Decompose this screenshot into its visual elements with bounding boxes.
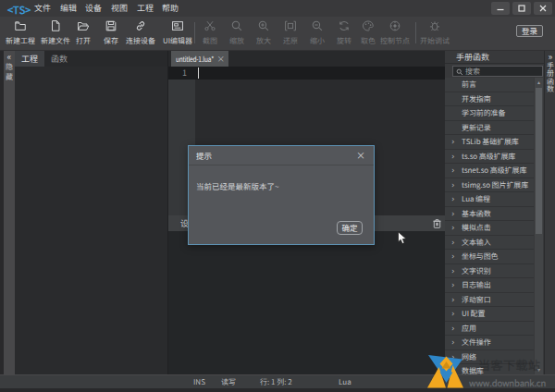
- manual-item-label: 学习前的准备: [462, 106, 505, 120]
- toolbar: 新建工程新建文件打开保存连接设备UI编辑器截图缩放放大还原缩小旋转取色控制节点开…: [0, 17, 555, 51]
- manual-item-row[interactable]: 更新记录: [445, 121, 534, 136]
- manual-item-label: 日志输出: [462, 278, 491, 292]
- watermark-logo: [424, 352, 463, 389]
- chevron-right-icon: ›: [451, 207, 455, 220]
- collapse-left-panel-icon[interactable]: «: [4, 51, 15, 61]
- project-panel: 工程函数: [15, 51, 167, 374]
- editor-tab-bar: untitled-1.lua*×: [168, 51, 446, 67]
- chevron-right-icon: ›: [451, 135, 455, 148]
- watermark-faint-text: 当客下载站: [478, 356, 541, 374]
- left-panel-tab-1[interactable]: 工程: [15, 51, 44, 67]
- minimize-button[interactable]: [491, 2, 510, 15]
- right-collapse-strip: » 手册函数: [544, 51, 555, 374]
- menu-item-4[interactable]: 视图: [111, 3, 128, 15]
- editor-file-tab[interactable]: untitled-1.lua*×: [171, 51, 228, 67]
- manual-item-row[interactable]: ›tsnet.so 高级扩展库: [445, 164, 534, 178]
- search-placeholder: 搜索: [465, 67, 480, 76]
- manual-item-label: tsnet.so 高级扩展库: [462, 164, 526, 178]
- toolbar-separator: [415, 22, 416, 43]
- manual-item-row[interactable]: ›文字识别: [445, 264, 534, 279]
- manual-item-row[interactable]: ›坐标与图色: [445, 250, 534, 264]
- login-button[interactable]: 登录: [516, 25, 543, 37]
- close-button[interactable]: [534, 2, 552, 15]
- manual-function-list: 前言开发指南学习前的准备更新记录›TSLib 基础扩展库›ts.so 高级扩展库…: [445, 78, 544, 374]
- chevron-right-icon: ›: [451, 264, 455, 277]
- manual-item-label: UI 配置: [462, 307, 485, 321]
- toolbar-button-debug: 开始调试: [409, 18, 461, 46]
- chevron-right-icon: ›: [451, 307, 455, 320]
- manual-item-row[interactable]: 学习前的准备: [445, 106, 534, 121]
- manual-item-row[interactable]: 开发指南: [445, 92, 534, 107]
- manual-panel-title: 手册函数: [456, 51, 489, 63]
- manual-item-label: ts.so 高级扩展库: [462, 150, 515, 164]
- search-input[interactable]: 搜索: [452, 66, 543, 77]
- device-log-panel-body: [168, 231, 446, 374]
- tab-close-icon[interactable]: ×: [216, 51, 225, 67]
- dialog-title-divider: [189, 165, 374, 165]
- manual-item-label: 浮动窗口: [462, 293, 491, 307]
- manual-item-label: 开发指南: [462, 92, 491, 106]
- clear-log-button[interactable]: [432, 218, 442, 228]
- dialog-close-icon[interactable]: ×: [356, 150, 365, 160]
- chevron-right-icon: ›: [451, 336, 455, 349]
- chevron-right-icon: ›: [451, 236, 455, 249]
- manual-item-row[interactable]: ›浮动窗口: [445, 293, 534, 308]
- manual-item-row[interactable]: ›模拟点击: [445, 221, 534, 236]
- manual-item-row[interactable]: ›基本函数: [445, 207, 534, 222]
- chevron-right-icon: ›: [451, 192, 455, 205]
- debug-icon: [409, 19, 461, 33]
- manual-item-row[interactable]: ›Lua 编程: [445, 192, 534, 207]
- toolbar-button-label: 开始调试: [409, 35, 461, 46]
- watermark-site-text: www.downbank.cn: [469, 376, 546, 389]
- update-dialog: 提示 × 当前已经是最新版本了~ 确定: [188, 145, 375, 245]
- menu-item-5[interactable]: 工程: [137, 3, 154, 15]
- maximize-button[interactable]: [512, 2, 531, 15]
- manual-item-label: 更新记录: [462, 121, 491, 135]
- minimize-icon: [497, 5, 504, 12]
- manual-panel-vertical-title[interactable]: 手册函数: [545, 62, 555, 93]
- chevron-right-icon: ›: [451, 322, 455, 335]
- menu-item-2[interactable]: 编辑: [60, 3, 77, 15]
- left-panel-tab-2[interactable]: 函数: [44, 51, 74, 67]
- divider: [445, 63, 544, 64]
- maximize-icon: [518, 5, 525, 12]
- mouse-cursor: [397, 231, 408, 245]
- chevron-right-icon: ›: [451, 221, 455, 234]
- application-window: <TS> 文件编辑设备视图工程帮助 新建工程新建文件打开保存连接设备UI编辑器截…: [0, 0, 555, 392]
- manual-item-row[interactable]: ›tsimg.so 图片扩展库: [445, 178, 534, 193]
- dialog-title: 提示: [196, 150, 212, 161]
- manual-item-label: 文件操作: [462, 336, 491, 349]
- file-tab-title: untitled-1.lua*: [176, 51, 214, 67]
- chevron-right-icon: ›: [451, 250, 455, 263]
- manual-item-row[interactable]: ›ts.so 高级扩展库: [445, 150, 534, 165]
- status-language: Lua: [339, 375, 352, 388]
- menu-item-6[interactable]: 帮助: [162, 3, 179, 15]
- dialog-ok-button[interactable]: 确定: [337, 221, 363, 235]
- manual-item-label: Lua 编程: [462, 192, 490, 206]
- manual-item-row[interactable]: ›TSLib 基础扩展库: [445, 135, 534, 150]
- chevron-right-icon: ›: [451, 150, 455, 163]
- status-file-access: 读写: [221, 375, 236, 388]
- chevron-right-icon: ›: [451, 293, 455, 306]
- manual-item-row[interactable]: ›应用: [445, 322, 534, 337]
- manual-item-row[interactable]: ›文件操作: [445, 336, 534, 350]
- manual-item-row[interactable]: ›UI 配置: [445, 307, 534, 322]
- manual-item-label: tsimg.so 图片扩展库: [462, 178, 528, 192]
- manual-item-label: 应用: [462, 322, 476, 336]
- hide-panel-label[interactable]: 隐藏: [4, 62, 15, 81]
- menu-item-3[interactable]: 设备: [85, 3, 102, 15]
- manual-item-label: 模拟点击: [462, 221, 491, 235]
- manual-item-row[interactable]: ›文本输入: [445, 236, 534, 251]
- sidebar-scrollbar[interactable]: ▴ ▾: [535, 78, 543, 374]
- manual-item-label: 坐标与图色: [462, 250, 499, 263]
- scroll-up-icon[interactable]: ▴: [535, 79, 543, 86]
- manual-item-row[interactable]: 前言: [445, 78, 534, 92]
- manual-item-label: 基本函数: [462, 207, 491, 221]
- trash-icon: [432, 218, 442, 228]
- left-panel-tab-bar: 工程函数: [15, 51, 167, 67]
- chevron-right-icon: ›: [451, 178, 455, 191]
- manual-item-row[interactable]: ›日志输出: [445, 278, 534, 293]
- scrollbar-thumb[interactable]: [536, 88, 542, 234]
- menu-item-1[interactable]: 文件: [34, 3, 51, 15]
- toolbar-separator: [194, 22, 195, 43]
